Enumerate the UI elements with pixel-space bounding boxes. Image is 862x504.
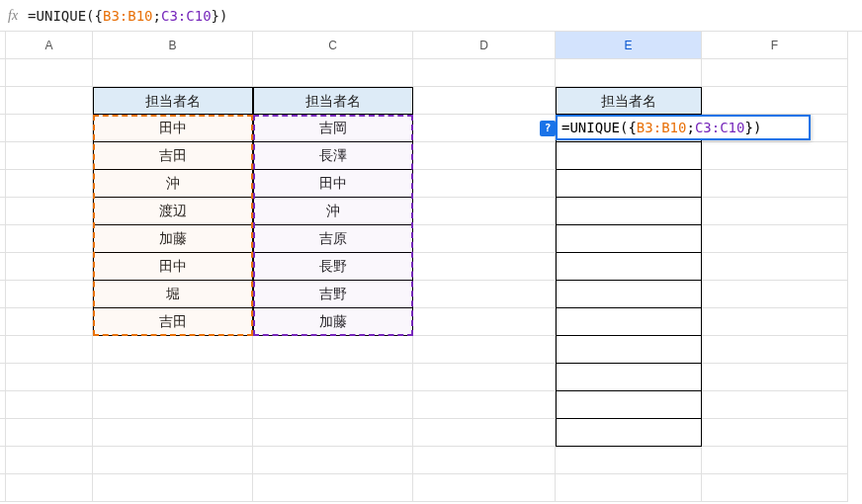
cell[interactable] (413, 447, 556, 474)
cell-e8[interactable] (556, 253, 702, 281)
cell-c7[interactable]: 吉原 (253, 225, 413, 253)
cell[interactable] (413, 225, 556, 253)
cell-e4[interactable] (556, 142, 702, 170)
cell[interactable] (702, 336, 848, 364)
cell[interactable] (93, 59, 253, 87)
cell-b7[interactable]: 加藤 (93, 225, 253, 253)
cell-e11[interactable] (556, 336, 702, 364)
cell[interactable] (702, 142, 848, 170)
cell[interactable] (6, 59, 93, 87)
cell-b6[interactable]: 渡辺 (93, 198, 253, 225)
spreadsheet-grid[interactable]: A B C D E F 担当者名 担当者名 担当者名 (0, 32, 862, 502)
cell-e10[interactable] (556, 308, 702, 336)
cell[interactable] (413, 308, 556, 336)
cell[interactable] (6, 198, 93, 225)
cell-b3[interactable]: 田中 (93, 115, 253, 142)
cell[interactable] (6, 253, 93, 281)
cell[interactable] (6, 308, 93, 336)
cell[interactable] (413, 170, 556, 198)
cell[interactable] (702, 364, 848, 391)
cell[interactable] (253, 336, 413, 364)
cell[interactable] (6, 87, 93, 115)
col-header-e[interactable]: E (556, 32, 702, 59)
cell[interactable] (413, 253, 556, 281)
cell[interactable] (702, 419, 848, 447)
formula-bar[interactable]: fx =UNIQUE({B3:B10;C3:C10}) (0, 0, 862, 32)
cell[interactable] (93, 447, 253, 474)
cell[interactable] (556, 59, 702, 87)
header-e[interactable]: 担当者名 (556, 87, 702, 115)
cell-e12[interactable] (556, 364, 702, 391)
cell[interactable] (413, 281, 556, 308)
cell[interactable] (6, 447, 93, 474)
editing-cell[interactable]: ? =UNIQUE({B3:B10;C3:C10}) (556, 115, 811, 140)
col-header-f[interactable]: F (702, 32, 848, 59)
cell[interactable] (253, 391, 413, 419)
cell[interactable] (6, 142, 93, 170)
cell[interactable] (6, 225, 93, 253)
cell[interactable] (6, 115, 93, 142)
cell[interactable] (702, 447, 848, 474)
cell[interactable] (702, 474, 848, 502)
cell[interactable] (702, 170, 848, 198)
cell[interactable] (556, 474, 702, 502)
cell[interactable] (93, 391, 253, 419)
cell[interactable] (6, 364, 93, 391)
cell[interactable] (253, 419, 413, 447)
col-header-c[interactable]: C (253, 32, 413, 59)
cell-c6[interactable]: 沖 (253, 198, 413, 225)
cell[interactable] (702, 59, 848, 87)
cell[interactable] (702, 281, 848, 308)
col-header-d[interactable]: D (413, 32, 556, 59)
cell[interactable] (702, 225, 848, 253)
cell-b9[interactable]: 堀 (93, 281, 253, 308)
cell[interactable] (413, 391, 556, 419)
col-header-a[interactable]: A (6, 32, 93, 59)
header-c[interactable]: 担当者名 (253, 87, 413, 115)
cell[interactable] (6, 336, 93, 364)
cell[interactable] (93, 419, 253, 447)
cell[interactable] (253, 59, 413, 87)
cell-b4[interactable]: 吉田 (93, 142, 253, 170)
cell[interactable] (93, 336, 253, 364)
cell[interactable] (702, 308, 848, 336)
cell[interactable] (6, 391, 93, 419)
col-header-b[interactable]: B (93, 32, 253, 59)
cell[interactable] (702, 198, 848, 225)
cell[interactable] (702, 87, 848, 115)
cell[interactable] (93, 364, 253, 391)
cell-c10[interactable]: 加藤 (253, 308, 413, 336)
cell[interactable] (702, 391, 848, 419)
cell[interactable] (253, 364, 413, 391)
cell[interactable] (413, 419, 556, 447)
cell-e6[interactable] (556, 198, 702, 225)
cell-e5[interactable] (556, 170, 702, 198)
cell-c8[interactable]: 長野 (253, 253, 413, 281)
cell[interactable] (413, 198, 556, 225)
cell[interactable] (413, 87, 556, 115)
cell[interactable] (413, 336, 556, 364)
cell-b10[interactable]: 吉田 (93, 308, 253, 336)
cell-c4[interactable]: 長澤 (253, 142, 413, 170)
formula-help-icon[interactable]: ? (540, 121, 556, 136)
cell-b5[interactable]: 沖 (93, 170, 253, 198)
cell[interactable] (413, 364, 556, 391)
cell-c5[interactable]: 田中 (253, 170, 413, 198)
grid-body[interactable]: 担当者名 担当者名 担当者名 田中 吉岡 吉田 長澤 (0, 59, 862, 502)
cell[interactable] (93, 474, 253, 502)
cell[interactable] (413, 474, 556, 502)
header-b[interactable]: 担当者名 (93, 87, 253, 115)
cell[interactable] (413, 59, 556, 87)
cell[interactable] (6, 474, 93, 502)
formula-bar-text[interactable]: =UNIQUE({B3:B10;C3:C10}) (28, 8, 227, 24)
cell-e13[interactable] (556, 391, 702, 419)
cell[interactable] (253, 474, 413, 502)
cell[interactable] (6, 170, 93, 198)
cell-e9[interactable] (556, 281, 702, 308)
cell-c3[interactable]: 吉岡 (253, 115, 413, 142)
cell[interactable] (6, 281, 93, 308)
cell-e7[interactable] (556, 225, 702, 253)
cell-c9[interactable]: 吉野 (253, 281, 413, 308)
cell-e14[interactable] (556, 419, 702, 447)
cell[interactable] (702, 253, 848, 281)
